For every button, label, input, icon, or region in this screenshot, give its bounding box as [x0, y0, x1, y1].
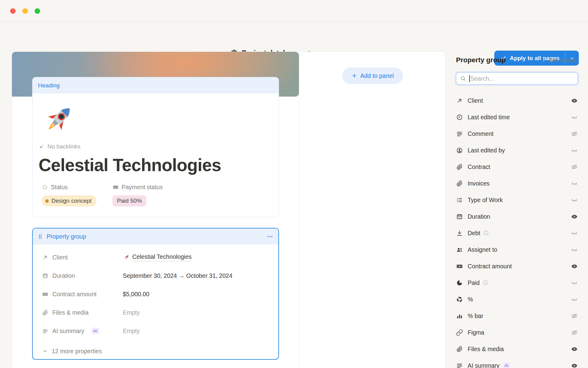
ai-badge: AI	[91, 328, 99, 334]
sidebar-item-ai-summary[interactable]: AI summaryAI	[456, 357, 578, 368]
status-badge[interactable]: Paid 50%	[112, 195, 146, 206]
info-icon	[482, 280, 488, 286]
property-row-contract-amount[interactable]: Contract amount$5,000.00	[33, 285, 278, 303]
property-label-text: Files & media	[52, 309, 89, 316]
more-properties-toggle[interactable]: 12 more properties	[33, 343, 278, 359]
property-group-label: Property group	[47, 233, 86, 240]
sidebar-item-client[interactable]: Client	[456, 92, 578, 109]
app-header: Cancel Project database Preview: Celesti…	[0, 22, 588, 52]
sidebar-item--[interactable]: %	[456, 291, 578, 308]
heading-section-label: Heading	[32, 77, 279, 94]
status-spinner-icon	[42, 184, 48, 190]
property-value[interactable]: Empty	[123, 309, 140, 316]
sidebar-item-files-media[interactable]: Files & media	[456, 341, 578, 357]
info-icon	[483, 230, 489, 236]
eye-slash-icon[interactable]	[571, 329, 578, 336]
window-zoom-button[interactable]	[35, 8, 40, 14]
property-row-client[interactable]: ClientCelestial Technologies	[33, 248, 278, 266]
sidebar-item-label: Duration	[468, 213, 490, 220]
property-value[interactable]: $5,000.00	[123, 291, 149, 298]
relation-link[interactable]: Celestial Technologies	[132, 253, 192, 261]
property-label: Payment status	[112, 184, 163, 191]
list-icon	[456, 197, 463, 204]
property-label: Files & media	[42, 309, 123, 316]
eye-closed-icon[interactable]	[571, 114, 578, 121]
add-section-button[interactable]: Add section	[541, 57, 578, 63]
add-to-panel-button[interactable]: Add to panel	[342, 67, 403, 84]
sidebar-item-label: % bar	[468, 312, 483, 320]
eye-open-icon[interactable]	[571, 346, 578, 353]
sidebar-item-paid[interactable]: Paid	[456, 274, 578, 291]
property-group-block[interactable]: Property group ClientCelestial Technolog…	[32, 228, 279, 360]
property-row-ai-summary[interactable]: AI summaryAIEmpty	[33, 322, 278, 340]
property-value[interactable]: Empty	[123, 328, 140, 335]
more-options-icon[interactable]	[266, 233, 273, 240]
eye-slash-icon[interactable]	[571, 130, 578, 137]
rocket-emoji-icon[interactable]	[39, 101, 76, 138]
sidebar-item-last-edited-time[interactable]: Last edited time	[456, 109, 578, 125]
eye-open-icon[interactable]	[571, 97, 578, 104]
sidebar-item--bar[interactable]: % bar	[456, 308, 578, 324]
sidebar-item-duration[interactable]: Duration	[456, 208, 578, 225]
eye-open-icon[interactable]	[571, 362, 578, 368]
status-badge[interactable]: Design concept	[42, 195, 96, 206]
sidebar-title: Property group	[456, 56, 506, 64]
sidebar-item-label: Last edited by	[468, 147, 505, 154]
eye-open-icon[interactable]	[571, 263, 578, 270]
sidebar-item-type-of-work[interactable]: Type of Work	[456, 192, 578, 208]
sidebar-item-label: Contract amount	[468, 263, 512, 270]
eye-closed-icon[interactable]	[571, 180, 578, 187]
property-value[interactable]: September 30, 2024 → October 31, 2024	[123, 272, 232, 279]
window-close-button[interactable]	[10, 8, 16, 14]
property-value-text: $5,000.00	[123, 291, 149, 298]
property-row-duration[interactable]: DurationSeptember 30, 2024 → October 31,…	[33, 266, 278, 285]
eye-closed-icon[interactable]	[571, 230, 578, 237]
paperclip-icon	[42, 309, 48, 316]
rocket-emoji-icon	[123, 254, 130, 261]
property-label-text: AI summary	[52, 328, 84, 335]
template-preview-canvas: Add to panel Heading No backlinks Celest…	[12, 52, 446, 368]
property-group-header[interactable]: Property group	[33, 228, 278, 244]
eye-slash-icon[interactable]	[571, 312, 578, 320]
sidebar-item-invoices[interactable]: Invoices	[456, 175, 578, 192]
donut-icon	[456, 296, 463, 303]
heading-section-block[interactable]: Heading No backlinks Celestial Technolog…	[32, 77, 279, 217]
sidebar-item-contract-amount[interactable]: Contract amount	[456, 258, 578, 274]
add-to-panel-label: Add to panel	[360, 72, 394, 79]
eye-closed-icon[interactable]	[571, 279, 578, 286]
link-icon	[456, 329, 463, 336]
text-cursor	[469, 75, 470, 82]
eye-closed-icon[interactable]	[571, 197, 578, 204]
property-label: Contract amount	[42, 291, 123, 298]
window-minimize-button[interactable]	[22, 8, 28, 14]
sidebar-item-assignet-to[interactable]: Assignet to	[456, 241, 578, 258]
eye-closed-icon[interactable]	[571, 147, 578, 154]
text-lines-icon	[42, 328, 48, 334]
sidebar-item-debt[interactable]: Debt	[456, 225, 578, 241]
pane-divider	[299, 52, 299, 368]
property-value[interactable]: Celestial Technologies	[123, 253, 192, 261]
people-icon	[456, 246, 463, 253]
person-circle-icon	[456, 147, 463, 154]
sidebar-item-label: Figma	[468, 329, 484, 336]
sidebar-item-contract[interactable]: Contract	[456, 159, 578, 175]
sidebar-item-comment[interactable]: Comment	[456, 125, 578, 142]
eye-open-icon[interactable]	[571, 213, 578, 220]
property-row-files-media[interactable]: Files & mediaEmpty	[33, 303, 278, 322]
eye-closed-icon[interactable]	[571, 296, 578, 303]
credit-card-icon	[112, 184, 119, 190]
page-property-payment-status: Payment statusPaid 50%	[112, 184, 163, 206]
sidebar-item-last-edited-by[interactable]: Last edited by	[456, 142, 578, 159]
sidebar-item-label: Files & media	[468, 346, 504, 353]
sidebar-item-figma[interactable]: Figma	[456, 324, 578, 341]
drag-handle-icon[interactable]	[37, 233, 44, 240]
eye-slash-icon[interactable]	[571, 163, 578, 171]
property-label-text: Status	[51, 184, 68, 191]
plus-icon	[351, 73, 357, 79]
clock-icon	[456, 114, 463, 121]
paperclip-icon	[456, 163, 463, 171]
arrow-down-left-icon	[39, 144, 45, 150]
eye-closed-icon[interactable]	[571, 246, 578, 253]
backlinks-row[interactable]: No backlinks	[39, 143, 274, 150]
search-input[interactable]: Search...	[456, 72, 578, 85]
